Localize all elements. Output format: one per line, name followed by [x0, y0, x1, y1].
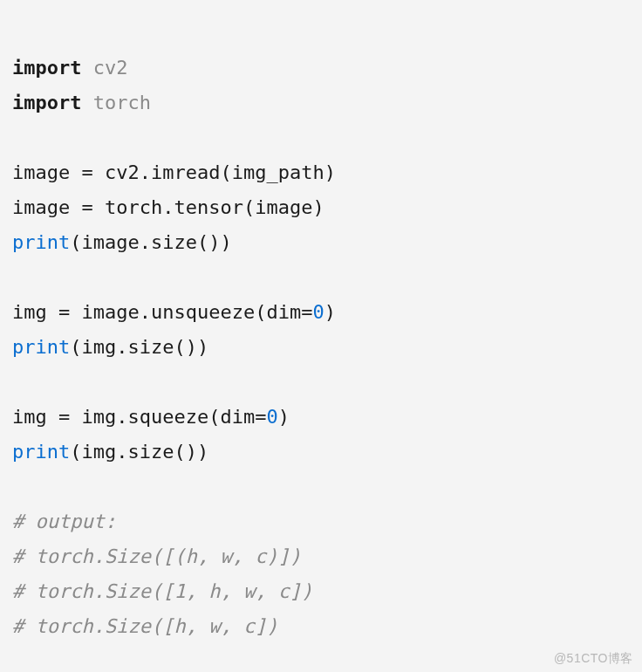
code-line-9: print(img.size())	[12, 336, 208, 358]
code-line-12: print(img.size())	[12, 441, 208, 463]
module-torch: torch	[93, 92, 151, 113]
expr: torch.tensor(image)	[93, 196, 324, 218]
call-args: (img.size())	[70, 441, 208, 463]
code-line-4: image = cv2.imread(img_path)	[12, 161, 336, 183]
var-image: image	[12, 161, 81, 183]
expr-part: img.squeeze(dim	[70, 406, 255, 428]
code-line-1: import cv2	[12, 57, 127, 79]
assign-op: =	[58, 406, 70, 428]
assign-op: =	[81, 161, 92, 183]
paren-close: )	[278, 406, 290, 428]
func-print: print	[12, 231, 70, 253]
expr: cv2.imread(img_path)	[93, 161, 336, 183]
module-cv2: cv2	[93, 57, 128, 79]
comment-size-1: # torch.Size([(h, w, c)])	[12, 545, 301, 567]
watermark: @51CTO博客	[554, 651, 633, 667]
func-print: print	[12, 441, 70, 463]
comment-size-2: # torch.Size([1, h, w, c])	[12, 580, 312, 602]
var-img: img	[12, 301, 58, 323]
comment-size-3: # torch.Size([h, w, c])	[12, 615, 278, 637]
call-args: (img.size())	[70, 336, 208, 358]
paren-close: )	[324, 301, 336, 323]
num-zero: 0	[266, 406, 277, 428]
keyword-import: import	[12, 92, 81, 113]
num-zero: 0	[312, 301, 324, 323]
call-args: (image.size())	[70, 231, 231, 253]
assign-kw: =	[301, 301, 312, 323]
func-print: print	[12, 336, 70, 358]
code-line-6: print(image.size())	[12, 231, 232, 253]
keyword-import: import	[12, 57, 81, 79]
assign-op: =	[58, 301, 70, 323]
code-line-11: img = img.squeeze(dim=0)	[12, 406, 290, 428]
code-line-5: image = torch.tensor(image)	[12, 196, 324, 218]
expr-part: image.unsqueeze(dim	[70, 301, 301, 323]
var-image: image	[12, 196, 81, 218]
comment-output: # output:	[12, 511, 116, 532]
assign-kw: =	[255, 406, 266, 428]
assign-op: =	[81, 196, 92, 218]
code-line-2: import torch	[12, 92, 151, 113]
code-line-8: img = image.unsqueeze(dim=0)	[12, 301, 336, 323]
var-img: img	[12, 406, 58, 428]
code-block: import cv2 import torch image = cv2.imre…	[0, 0, 642, 644]
